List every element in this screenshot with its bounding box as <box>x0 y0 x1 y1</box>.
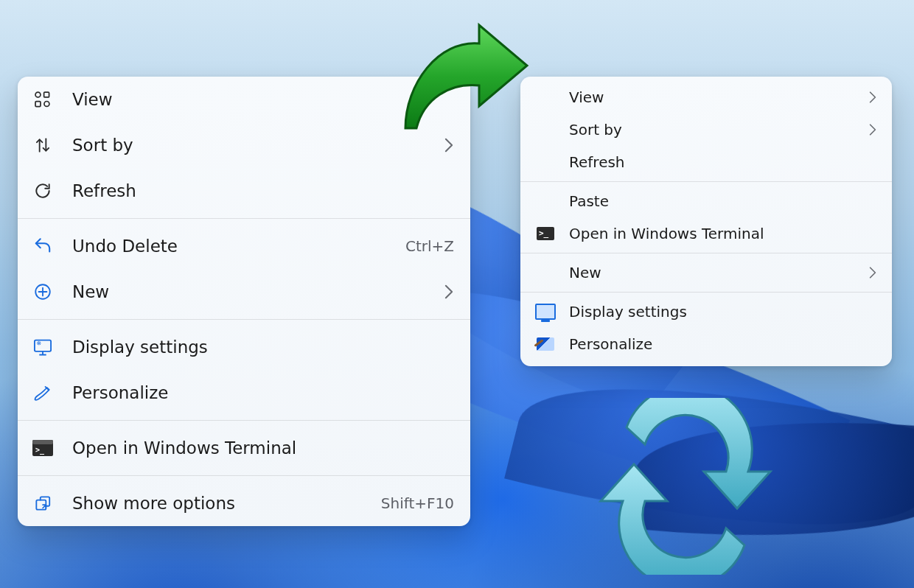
menu-separator <box>18 218 470 219</box>
menu-item-label: Paste <box>569 192 877 210</box>
chevron-right-icon <box>868 123 877 136</box>
menu-separator <box>520 292 892 293</box>
menu-item-label: View <box>569 88 868 106</box>
menu-item-label: Undo Delete <box>72 237 405 256</box>
menu-item-label: Personalize <box>569 335 877 353</box>
menu-item-label: Sort by <box>72 136 444 155</box>
svg-point-3 <box>44 101 49 106</box>
context-menu-classic: View Sort by Refresh Paste Open in Windo… <box>520 77 892 366</box>
menu-separator <box>18 475 470 476</box>
menu-item-sort-by[interactable]: Sort by <box>520 113 892 146</box>
menu-item-personalize[interactable]: Personalize <box>520 328 892 360</box>
menu-item-display-settings[interactable]: Display settings <box>18 324 470 370</box>
menu-item-label: New <box>72 282 444 301</box>
blank-icon <box>535 191 556 211</box>
sync-arrows-icon <box>590 398 781 575</box>
menu-item-label: Display settings <box>569 303 877 321</box>
menu-separator <box>520 181 892 182</box>
display-icon <box>31 335 55 359</box>
context-menu-win11: View Sort by Refresh Undo Delete Ct <box>18 77 470 526</box>
menu-separator <box>18 420 470 421</box>
sort-icon <box>31 133 55 157</box>
menu-item-label: Open in Windows Terminal <box>569 225 877 242</box>
menu-item-label: New <box>569 264 868 281</box>
undo-icon <box>31 234 55 258</box>
menu-item-shortcut: Shift+F10 <box>381 494 454 512</box>
menu-item-label: Show more options <box>72 494 381 513</box>
blank-icon <box>535 87 556 108</box>
menu-separator <box>18 319 470 320</box>
svg-text:>_: >_ <box>35 446 45 455</box>
refresh-icon <box>31 179 55 203</box>
menu-item-show-more-options[interactable]: Show more options Shift+F10 <box>18 480 470 526</box>
green-arrow-icon <box>398 18 531 136</box>
menu-item-label: Refresh <box>569 153 877 171</box>
blank-icon <box>535 262 556 283</box>
menu-item-label: Display settings <box>72 337 454 357</box>
svg-rect-1 <box>44 92 49 97</box>
menu-separator <box>520 253 892 253</box>
menu-item-undo-delete[interactable]: Undo Delete Ctrl+Z <box>18 223 470 269</box>
menu-item-open-terminal[interactable]: >_ Open in Windows Terminal <box>18 425 470 471</box>
menu-item-personalize[interactable]: Personalize <box>18 370 470 416</box>
menu-item-shortcut: Ctrl+Z <box>405 237 454 255</box>
svg-rect-8 <box>32 440 53 444</box>
svg-rect-2 <box>35 102 41 107</box>
menu-item-paste[interactable]: Paste <box>520 185 892 217</box>
chevron-right-icon <box>868 91 877 104</box>
svg-point-0 <box>35 92 41 97</box>
chevron-right-icon <box>444 284 454 300</box>
menu-item-label: Personalize <box>72 383 454 402</box>
menu-item-label: View <box>72 90 454 109</box>
display-icon <box>535 301 556 322</box>
menu-item-label: Open in Windows Terminal <box>72 438 454 458</box>
more-icon <box>31 491 55 515</box>
chevron-right-icon <box>868 266 877 279</box>
new-icon <box>31 280 55 304</box>
terminal-icon <box>535 223 556 244</box>
svg-rect-5 <box>35 340 51 351</box>
view-icon <box>31 88 55 111</box>
menu-item-display-settings[interactable]: Display settings <box>520 295 892 328</box>
personalize-icon <box>535 334 556 354</box>
menu-item-label: Sort by <box>569 121 868 139</box>
menu-item-open-terminal[interactable]: Open in Windows Terminal <box>520 217 892 250</box>
blank-icon <box>535 119 556 140</box>
menu-item-label: Refresh <box>72 181 454 200</box>
personalize-icon <box>31 381 55 405</box>
blank-icon <box>535 152 556 172</box>
svg-point-6 <box>38 343 40 344</box>
menu-item-refresh[interactable]: Refresh <box>18 168 470 214</box>
menu-item-view[interactable]: View <box>520 81 892 113</box>
terminal-icon: >_ <box>31 436 55 460</box>
menu-item-refresh[interactable]: Refresh <box>520 146 892 178</box>
chevron-right-icon <box>444 137 454 153</box>
menu-item-new[interactable]: New <box>520 256 892 289</box>
menu-item-new[interactable]: New <box>18 269 470 315</box>
